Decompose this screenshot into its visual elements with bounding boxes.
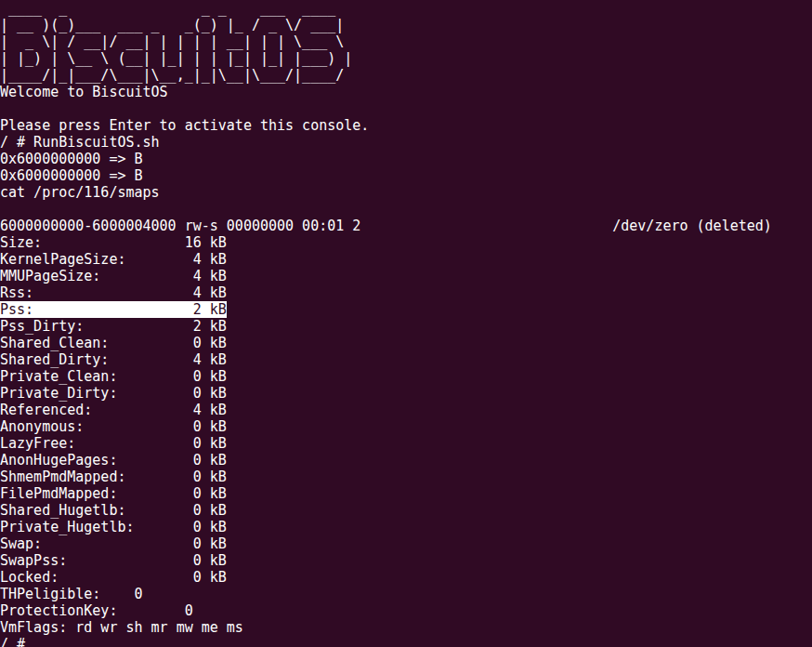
terminal-line: Shared_Clean: 0 kB xyxy=(0,335,812,351)
terminal-line: FilePmdMapped: 0 kB xyxy=(0,485,812,502)
terminal-line: AnonHugePages: 0 kB xyxy=(0,452,812,469)
terminal-line: cat /proc/116/smaps xyxy=(0,184,812,201)
terminal-line: VmFlags: rd wr sh mr mw me ms xyxy=(0,619,812,636)
terminal-line: Private_Hugetlb: 0 kB xyxy=(0,519,812,535)
terminal-line: 6000000000-6000004000 rw-s 00000000 00:0… xyxy=(0,218,812,234)
terminal-line: / # xyxy=(0,636,812,647)
terminal-line xyxy=(0,201,812,218)
terminal-line: MMUPageSize: 4 kB xyxy=(0,268,812,284)
terminal-line: ____ _ _ _ ___ ____ xyxy=(0,0,812,17)
terminal-line: Shared_Hugetlb: 0 kB xyxy=(0,502,812,519)
terminal-line: Rss: 4 kB xyxy=(0,284,812,301)
terminal-line: ProtectionKey: 0 xyxy=(0,602,812,619)
terminal-line: Anonymous: 0 kB xyxy=(0,418,812,435)
terminal-line: 0x6000000000 => B xyxy=(0,167,812,184)
terminal-line: Swap: 0 kB xyxy=(0,535,812,552)
terminal-line: | _ \| / __|/ __| | | | | __| | | \___ \ xyxy=(0,33,812,50)
terminal-line: / # RunBiscuitOS.sh xyxy=(0,134,812,151)
terminal-line: Pss: 2 kB xyxy=(0,301,812,318)
terminal-line: | |_) | \__ \ (__| |_| | | |_| |_| |___)… xyxy=(0,50,812,67)
terminal-line: Size: 16 kB xyxy=(0,234,812,251)
terminal-line: Referenced: 4 kB xyxy=(0,402,812,418)
terminal-line: Shared_Dirty: 4 kB xyxy=(0,351,812,368)
terminal-line: THPeligible: 0 xyxy=(0,586,812,602)
terminal-line: | __ )(_)___ ___ _ _(_) |_ / _ \/ ___| xyxy=(0,17,812,33)
terminal-line: |____/|_|___/\___|\__,_|_|\__|\___/|____… xyxy=(0,67,812,84)
terminal-line: LazyFree: 0 kB xyxy=(0,435,812,452)
terminal-line: Private_Dirty: 0 kB xyxy=(0,385,812,402)
terminal-line: Please press Enter to activate this cons… xyxy=(0,117,812,134)
terminal-output: ____ _ _ _ ___ ____ | __ )(_)___ ___ _ _… xyxy=(0,0,812,647)
terminal-screen[interactable]: ____ _ _ _ ___ ____ | __ )(_)___ ___ _ _… xyxy=(0,0,812,647)
terminal-line xyxy=(0,100,812,117)
terminal-line: SwapPss: 0 kB xyxy=(0,552,812,569)
terminal-line: Welcome to BiscuitOS xyxy=(0,84,812,100)
terminal-line: 0x6000000000 => B xyxy=(0,151,812,167)
terminal-line: Private_Clean: 0 kB xyxy=(0,368,812,385)
terminal-line: KernelPageSize: 4 kB xyxy=(0,251,812,268)
terminal-line: ShmemPmdMapped: 0 kB xyxy=(0,469,812,485)
selection-highlight: Pss: 2 kB xyxy=(0,301,227,318)
terminal-line: Locked: 0 kB xyxy=(0,569,812,586)
terminal-line: Pss_Dirty: 2 kB xyxy=(0,318,812,335)
